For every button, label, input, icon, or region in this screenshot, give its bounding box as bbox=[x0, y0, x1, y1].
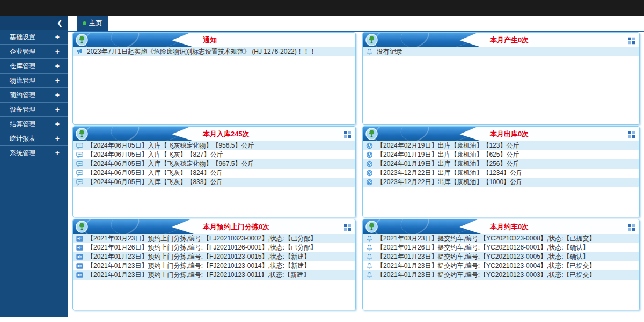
panel-body: 没有记录 bbox=[363, 47, 639, 124]
list-item[interactable]: 【2021年01月23日】预约上门分拣,编号:【FJ20210123-0014】… bbox=[73, 261, 355, 270]
globe-tree-icon bbox=[76, 221, 88, 233]
sidebar-item[interactable]: 设备管理+ bbox=[0, 103, 68, 117]
plus-expand-icon[interactable]: + bbox=[55, 105, 60, 114]
panel-header-banner: 本月产生0次 bbox=[459, 33, 639, 47]
list-item[interactable]: 【2021年01月23日】提交约车,编号:【YC20210123-0003】,状… bbox=[363, 270, 639, 280]
grid-icon[interactable] bbox=[628, 223, 635, 230]
megaphone-icon bbox=[76, 48, 84, 55]
plus-expand-icon[interactable]: + bbox=[55, 91, 60, 99]
list-item-text: 【2023年12月22日】出库【废机油】【1234】公斤 bbox=[377, 169, 523, 178]
panel-body: 【2024年02月19日】出库【废机油】【123】公斤【2024年01月19日】… bbox=[363, 141, 639, 217]
clock-circle-icon bbox=[366, 170, 374, 177]
clock-circle-icon bbox=[366, 179, 374, 186]
plus-expand-icon[interactable]: + bbox=[55, 134, 60, 143]
panel-title: 本月入库245次 bbox=[203, 129, 250, 139]
panel-header: 本月产生0次 bbox=[363, 33, 639, 47]
panel-notice: 通知2023年7月1日起实施《危险废物识别标志设置技术规范》 (HJ 1276-… bbox=[72, 32, 356, 125]
list-item[interactable]: 【2024年01月19日】出库【废机油】【256】公斤 bbox=[363, 159, 639, 169]
plus-expand-icon[interactable]: + bbox=[55, 62, 60, 70]
sidebar-item-label: 结算管理 bbox=[10, 120, 35, 129]
sidebar-item[interactable]: 仓库管理+ bbox=[0, 59, 68, 74]
sidebar-item[interactable]: 系统管理+ bbox=[0, 146, 68, 160]
list-item[interactable]: 2023年7月1日起实施《危险废物识别标志设置技术规范》 (HJ 1276-20… bbox=[73, 47, 355, 56]
comment-icon bbox=[76, 160, 84, 167]
list-item[interactable]: 【2024年02月19日】出库【废机油】【123】公斤 bbox=[363, 141, 639, 150]
plus-expand-icon[interactable]: + bbox=[55, 120, 60, 128]
comment-icon bbox=[76, 151, 84, 158]
list-item-text: 【2021年01月23日】预约上门分拣,编号:【FJ20210123-0014】… bbox=[87, 261, 310, 270]
sidebar-item-label: 企业管理 bbox=[10, 47, 35, 56]
dashboard-app: ❮ 基础设置+企业管理+仓库管理+物流管理+预约管理+设备管理+结算管理+统计报… bbox=[0, 0, 644, 322]
list-item-text: 【2021年01月26日】预约上门分拣,编号:【FJ20210126-0001】… bbox=[87, 243, 317, 252]
grid-icon[interactable] bbox=[344, 130, 351, 137]
sidebar: ❮ 基础设置+企业管理+仓库管理+物流管理+预约管理+设备管理+结算管理+统计报… bbox=[0, 16, 68, 317]
sidebar-item-label: 设备管理 bbox=[10, 105, 35, 114]
list-item-text: 【2024年01月19日】出库【废机油】【625】公斤 bbox=[377, 150, 519, 159]
grid-icon[interactable] bbox=[344, 223, 351, 230]
list-item[interactable]: 【2021年01月23日】提交约车,编号:【YC20210123-0005】,状… bbox=[363, 252, 639, 261]
panel-title: 本月预约上门分拣0次 bbox=[203, 222, 269, 232]
list-item[interactable]: 【2024年06月05日】入库【飞灰】【824】公斤 bbox=[73, 169, 355, 178]
panel-produced: 本月产生0次没有记录 bbox=[362, 32, 640, 125]
panel-inbound: 本月入库245次【2024年06月05日】入库【飞灰稳定化物】【956.5】公斤… bbox=[72, 126, 356, 217]
plus-expand-icon[interactable]: + bbox=[55, 33, 60, 41]
plus-expand-icon[interactable]: + bbox=[55, 149, 60, 157]
sidebar-item[interactable]: 基础设置+ bbox=[0, 30, 68, 45]
list-item[interactable]: 【2021年01月26日】预约上门分拣,编号:【FJ20210126-0001】… bbox=[73, 243, 355, 252]
sidebar-item[interactable]: 结算管理+ bbox=[0, 117, 68, 131]
sidebar-item[interactable]: 企业管理+ bbox=[0, 45, 68, 59]
list-item[interactable]: 【2023年12月22日】出库【废机油】【1000】公斤 bbox=[363, 178, 639, 187]
list-item[interactable]: 【2021年01月23日】提交约车,编号:【YC20210123-0004】,状… bbox=[363, 261, 639, 270]
plus-expand-icon[interactable]: + bbox=[55, 47, 60, 56]
panel-title: 本月产生0次 bbox=[490, 35, 529, 45]
list-item-text: 【2024年06月05日】入库【飞灰稳定化物】【967.5】公斤 bbox=[87, 159, 254, 169]
panel-header: 本月预约上门分拣0次 bbox=[73, 219, 355, 234]
grid-icon[interactable] bbox=[628, 130, 635, 137]
panel-body: 【2024年06月05日】入库【飞灰稳定化物】【956.5】公斤【2024年06… bbox=[73, 141, 355, 217]
panels-grid: 通知2023年7月1日起实施《危险废物识别标志设置技术规范》 (HJ 1276-… bbox=[72, 32, 640, 310]
grid-icon[interactable] bbox=[628, 36, 635, 43]
list-item[interactable]: 【2021年03月23日】提交约车,编号:【YC20210323-0008】,状… bbox=[363, 234, 639, 243]
sidebar-item-label: 基础设置 bbox=[10, 33, 35, 42]
list-item[interactable]: 【2024年06月05日】入库【飞灰】【827】公斤 bbox=[73, 150, 355, 159]
comment-icon bbox=[76, 170, 84, 177]
panel-title: 本月出库0次 bbox=[490, 129, 529, 139]
horn-square-icon bbox=[76, 262, 84, 269]
panel-header: 本月出库0次 bbox=[363, 127, 639, 141]
list-item[interactable]: 【2021年01月26日】提交约车,编号:【YC20210126-0001】,状… bbox=[363, 243, 639, 252]
list-item[interactable]: 【2024年01月19日】出库【废机油】【625】公斤 bbox=[363, 150, 639, 159]
panel-header-banner: 本月约车0次 bbox=[459, 219, 639, 234]
tab-home-label: 主页 bbox=[89, 19, 102, 28]
list-item-text: 【2021年03月23日】预约上门分拣,编号:【FJ20210323-0002】… bbox=[87, 234, 317, 243]
horn-square-icon bbox=[76, 244, 84, 251]
horn-square-icon bbox=[76, 272, 84, 279]
list-item[interactable]: 【2023年12月22日】出库【废机油】【1234】公斤 bbox=[363, 169, 639, 178]
list-item[interactable]: 【2024年06月05日】入库【飞灰稳定化物】【967.5】公斤 bbox=[73, 159, 355, 169]
sidebar-item[interactable]: 预约管理+ bbox=[0, 88, 68, 103]
tab-home[interactable]: 主页 bbox=[77, 16, 108, 31]
plus-expand-icon[interactable]: + bbox=[55, 76, 60, 85]
list-item[interactable]: 【2024年06月05日】入库【飞灰】【833】公斤 bbox=[73, 178, 355, 187]
collapse-left-icon: ❮ bbox=[57, 19, 63, 26]
list-item-text: 【2021年01月26日】提交约车,编号:【YC20210126-0001】,状… bbox=[377, 243, 589, 252]
top-bar bbox=[0, 0, 644, 16]
list-item[interactable]: 【2021年01月23日】预约上门分拣,编号:【FJ20210123-0011】… bbox=[73, 270, 355, 280]
horn-square-icon bbox=[76, 235, 84, 242]
green-dot-icon bbox=[83, 21, 86, 25]
bell-icon bbox=[366, 48, 374, 55]
sidebar-item[interactable]: 物流管理+ bbox=[0, 74, 68, 88]
list-item[interactable]: 【2021年03月23日】预约上门分拣,编号:【FJ20210323-0002】… bbox=[73, 234, 355, 243]
panel-door-sorting: 本月预约上门分拣0次【2021年03月23日】预约上门分拣,编号:【FJ2021… bbox=[72, 219, 356, 310]
panel-body: 【2021年03月23日】提交约车,编号:【YC20210323-0008】,状… bbox=[363, 234, 639, 310]
clock-circle-icon bbox=[366, 142, 374, 149]
tab-bar: 主页 bbox=[68, 16, 644, 32]
sidebar-collapse-button[interactable]: ❮ bbox=[0, 16, 68, 30]
list-item[interactable]: 【2021年01月23日】预约上门分拣,编号:【FJ20210123-0015】… bbox=[73, 252, 355, 261]
list-item-text: 【2021年01月23日】预约上门分拣,编号:【FJ20210123-0011】… bbox=[87, 270, 310, 280]
list-item[interactable]: 【2024年06月05日】入库【飞灰稳定化物】【956.5】公斤 bbox=[73, 141, 355, 150]
panel-header: 本月约车0次 bbox=[363, 219, 639, 234]
sidebar-item-label: 系统管理 bbox=[10, 149, 35, 158]
sidebar-item[interactable]: 统计报表+ bbox=[0, 131, 68, 146]
panel-header-banner: 本月预约上门分拣0次 bbox=[172, 219, 355, 234]
panel-body: 2023年7月1日起实施《危险废物识别标志设置技术规范》 (HJ 1276-20… bbox=[73, 47, 355, 124]
